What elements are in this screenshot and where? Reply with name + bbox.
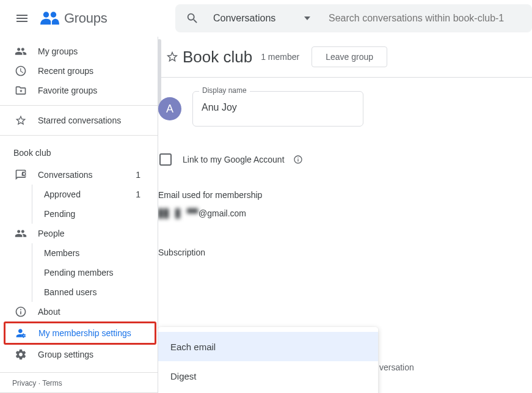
sidebar-group-header: Book club [0,141,158,165]
email-domain: @gmail.com [199,208,246,218]
sidebar-item-label: My groups [38,46,151,56]
search-scope-label: Conversations [213,13,275,24]
subscription-dropdown: Each email Digest Abridged No email [158,327,378,393]
star-icon [15,114,27,127]
privacy-link[interactable]: Privacy [12,379,36,387]
sidebar-subitem-label: Pending [44,209,151,219]
hamburger-icon [15,11,29,26]
sidebar-subitem-pending-members[interactable]: Pending members [0,263,151,282]
app-logo[interactable]: Groups [39,10,107,26]
sidebar-subitem-label: Members [44,248,151,258]
footer: Privacy · Terms [0,372,158,392]
folder-star-icon [15,84,27,97]
terms-link[interactable]: Terms [42,379,62,387]
sidebar-item-label: Recent groups [38,66,151,76]
sidebar-item-my-groups[interactable]: My groups [0,42,151,61]
settings-content: A Display name Link to my Google Account… [158,78,532,257]
leave-group-button[interactable]: Leave group [312,46,387,67]
sidebar-item-label: Starred conversations [38,116,151,125]
header-left: Groups [0,4,175,33]
sidebar-item-count: 1 [136,170,151,180]
link-google-row: Link to my Google Account [158,153,532,166]
svg-point-1 [51,12,56,17]
person-gear-icon [15,327,27,339]
member-count[interactable]: 1 member [261,52,299,62]
subscription-option-abridged[interactable]: Abridged [158,391,378,393]
sidebar-item-label: My membership settings [38,328,155,338]
link-google-checkbox[interactable] [159,153,172,166]
search-icon [186,12,199,25]
sidebar-subitem-label: Approved [44,189,136,199]
main-menu-button[interactable] [7,4,37,33]
highlight-my-membership: My membership settings [4,321,156,345]
caret-down-icon [304,17,310,20]
sidebar-item-recent-groups[interactable]: Recent groups [0,61,151,81]
gear-icon [15,348,27,361]
subscription-option-each-email[interactable]: Each email [158,332,378,361]
sidebar-item-favorite-groups[interactable]: Favorite groups [0,81,151,100]
favorite-star-button[interactable] [166,50,179,64]
link-google-label: Link to my Google Account [183,155,285,164]
people-icon [15,227,27,240]
divider [0,135,158,136]
people-icon [15,45,27,57]
email-masked: ▉▉ ▉ ▀▀ [158,208,199,218]
sidebar-item-label: Group settings [38,350,151,359]
sidebar-item-label: About [38,307,151,317]
sidebar-item-group-settings[interactable]: Group settings [0,345,151,364]
sidebar-subitem-banned[interactable]: Banned users [0,282,151,302]
membership-email: ▉▉ ▉ ▀▀@gmail.com [158,208,532,218]
display-name-input[interactable] [202,102,354,113]
search-scope-dropdown[interactable]: Conversations [210,13,316,24]
sidebar: My groups Recent groups Favorite groups … [0,37,158,393]
group-title: Book club [183,48,252,67]
sidebar-item-starred[interactable]: Starred conversations [0,111,151,130]
sidebar-subitem-label: Banned users [44,287,151,297]
display-name-field[interactable]: Display name [192,91,363,127]
email-section-label: Email used for membership [158,190,532,200]
app-name: Groups [64,10,107,26]
sidebar-subitem-members[interactable]: Members [0,243,151,263]
chat-icon [15,169,27,181]
sidebar-item-label: Favorite groups [38,86,151,95]
sidebar-item-about[interactable]: About [0,302,151,321]
main-content: Book club 1 member Leave group A Display… [158,37,532,393]
divider [0,105,158,106]
subscription-section-label: Subscription [158,248,532,257]
info-icon [15,306,27,318]
sidebar-item-my-membership-settings[interactable]: My membership settings [5,323,155,343]
sidebar-subitem-count: 1 [136,189,151,199]
app-header: Groups Conversations [0,0,532,37]
sidebar-subitem-approved[interactable]: Approved 1 [0,185,151,204]
avatar: A [158,97,181,120]
sidebar-item-conversations[interactable]: Conversations 1 [0,165,151,185]
group-header: Book club 1 member Leave group [158,37,532,78]
sidebar-item-label: People [38,229,151,238]
clock-icon [15,65,27,77]
info-icon[interactable] [293,155,303,164]
search-bar[interactable]: Conversations [175,4,532,32]
search-button[interactable] [175,12,210,25]
display-name-row: A Display name [158,91,532,127]
sidebar-subitem-label: Pending members [44,268,151,277]
search-input[interactable] [316,13,532,24]
sidebar-item-label: Conversations [38,170,136,180]
sidebar-item-people[interactable]: People [0,224,151,243]
field-label: Display name [199,86,250,95]
sidebar-subitem-pending[interactable]: Pending [0,204,151,224]
subscription-option-digest[interactable]: Digest [158,361,378,391]
bg-text-fragment: versation [379,362,414,372]
groups-icon [39,11,60,26]
svg-point-0 [43,12,49,17]
